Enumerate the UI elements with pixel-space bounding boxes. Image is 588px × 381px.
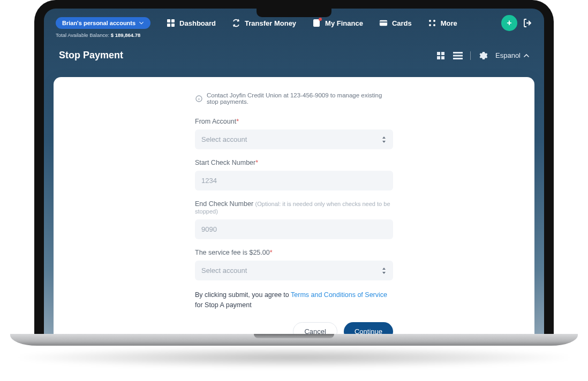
nav-myfinance[interactable]: My Finance <box>312 19 363 27</box>
svg-point-10 <box>433 24 435 26</box>
info-banner: Contact Joyfin Credit Union at 123-456-9… <box>195 92 393 105</box>
logout-button[interactable] <box>523 18 532 28</box>
cards-icon <box>379 19 388 27</box>
screen: Brian's personal accounts Dashboard Tra <box>44 9 544 334</box>
field-start-check: Start Check Number* <box>195 159 393 190</box>
balance-label: Total Available Balance: <box>56 32 109 38</box>
myfinance-icon <box>312 19 321 27</box>
svg-point-8 <box>433 20 435 22</box>
svg-rect-16 <box>453 55 463 56</box>
svg-rect-2 <box>167 24 170 27</box>
stop-payment-form: Contact Joyfin Credit Union at 123-456-9… <box>195 92 393 334</box>
nav-cards-label: Cards <box>392 19 412 27</box>
svg-rect-12 <box>441 52 444 55</box>
plus-icon: + <box>507 18 511 28</box>
account-selector-label: Brian's personal accounts <box>62 20 135 26</box>
account-selector[interactable]: Brian's personal accounts <box>56 17 150 29</box>
nav-transfer[interactable]: Transfer Money <box>232 19 296 27</box>
terms-link[interactable]: Terms and Conditions of Service <box>291 291 387 299</box>
svg-point-9 <box>429 24 431 26</box>
balance-line: Total Available Balance: $ 189,864.78 <box>44 31 544 38</box>
nav-items: Dashboard Transfer Money My Finance <box>167 19 457 27</box>
laptop-base <box>10 334 578 346</box>
svg-rect-14 <box>441 56 444 59</box>
svg-point-7 <box>429 20 431 22</box>
chevron-up-icon <box>524 53 529 58</box>
svg-rect-11 <box>437 52 440 55</box>
nav-dashboard[interactable]: Dashboard <box>167 19 216 27</box>
svg-rect-0 <box>167 19 170 22</box>
content-card: Contact Joyfin Credit Union at 123-456-9… <box>54 77 534 334</box>
nav-more-label: More <box>441 19 457 27</box>
svg-rect-15 <box>453 52 463 54</box>
field-end-check: End Check Number (Optional: it is needed… <box>195 200 393 239</box>
dashboard-icon <box>167 19 175 27</box>
transfer-icon <box>232 19 240 27</box>
page-title-row: Stop Payment Espanol <box>44 38 544 71</box>
add-button[interactable]: + <box>501 15 517 31</box>
language-label: Espanol <box>495 51 521 59</box>
nav-dashboard-label: Dashboard <box>179 19 216 27</box>
cancel-button[interactable]: Cancel <box>293 322 337 334</box>
nav-cards[interactable]: Cards <box>379 19 412 27</box>
laptop-shadow <box>10 347 578 368</box>
nav-more[interactable]: More <box>428 19 457 27</box>
field-from-account: From Account* <box>195 118 393 149</box>
notification-dot-icon <box>319 18 322 21</box>
nav-transfer-label: Transfer Money <box>245 19 296 27</box>
svg-rect-3 <box>171 24 175 27</box>
language-selector[interactable]: Espanol <box>495 51 529 59</box>
info-text: Contact Joyfin Credit Union at 123-456-9… <box>207 92 393 105</box>
svg-rect-13 <box>437 56 440 59</box>
service-fee-label: The service fee is $25.00* <box>195 249 393 256</box>
svg-rect-5 <box>380 20 387 26</box>
from-account-label: From Account* <box>195 118 393 125</box>
start-check-label: Start Check Number* <box>195 159 393 166</box>
more-icon <box>428 19 436 27</box>
balance-value: $ 189,864.78 <box>111 32 140 38</box>
sort-icon <box>381 136 387 143</box>
svg-rect-17 <box>453 58 463 59</box>
nav-myfinance-label: My Finance <box>325 19 363 27</box>
continue-button[interactable]: Continue <box>344 322 393 334</box>
field-service-fee: The service fee is $25.00* <box>195 249 393 280</box>
agreement-text: By clicking submit, you agree to Terms a… <box>195 290 393 310</box>
page-title: Stop Payment <box>59 50 123 61</box>
chevron-down-icon <box>139 20 144 26</box>
sort-icon <box>381 267 387 275</box>
svg-rect-1 <box>171 19 175 22</box>
info-icon <box>195 95 202 102</box>
fee-account-select[interactable] <box>195 261 393 280</box>
from-account-select[interactable] <box>195 129 393 149</box>
page-title-actions: Espanol <box>436 51 529 60</box>
svg-rect-6 <box>380 21 387 22</box>
grid-view-icon[interactable] <box>436 51 446 60</box>
end-check-input[interactable] <box>195 219 393 239</box>
form-actions: Cancel Continue <box>195 322 393 334</box>
start-check-input[interactable] <box>195 171 393 190</box>
divider <box>470 51 471 60</box>
end-check-label: End Check Number (Optional: it is needed… <box>195 200 393 215</box>
settings-icon[interactable] <box>478 51 488 60</box>
list-view-icon[interactable] <box>453 51 463 60</box>
laptop-notch <box>257 9 331 17</box>
laptop-frame: Brian's personal accounts Dashboard Tra <box>34 0 554 342</box>
